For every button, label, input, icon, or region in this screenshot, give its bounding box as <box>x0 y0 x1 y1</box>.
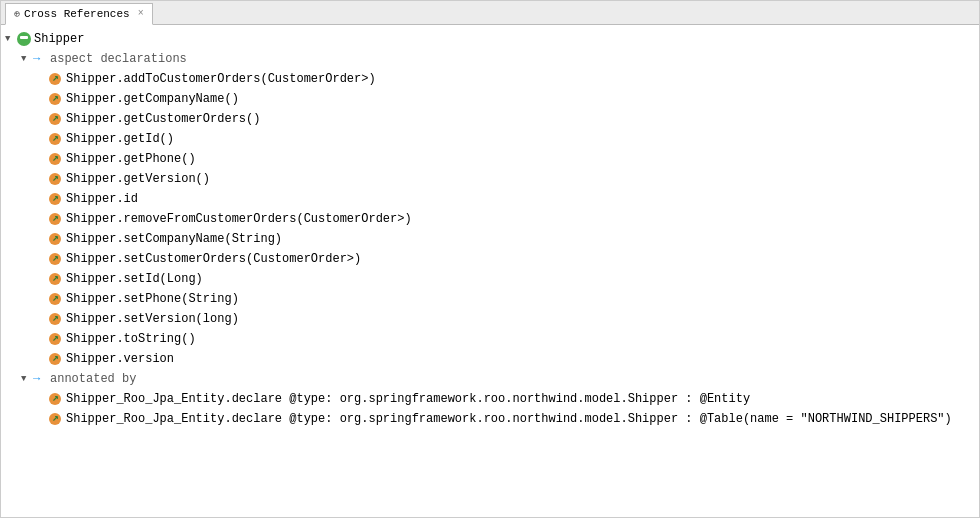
method-label: Shipper.setCompanyName(String) <box>66 232 282 246</box>
tree-content: Shipper aspect declarations ↗Shipper.add… <box>1 25 979 517</box>
tab-label: Cross References <box>24 8 130 20</box>
method-icon: ↗ <box>49 172 63 186</box>
expand-arrow <box>5 34 17 44</box>
section-annotated-by[interactable]: annotated by <box>1 369 979 389</box>
method-icon: ↗ <box>49 252 63 266</box>
method-icon: ↗ <box>49 112 63 126</box>
annotated-item[interactable]: ↗Shipper_Roo_Jpa_Entity.declare @type: o… <box>1 389 979 409</box>
method-label: Shipper.setCustomerOrders(CustomerOrder>… <box>66 252 361 266</box>
method-label: Shipper.addToCustomerOrders(CustomerOrde… <box>66 72 376 86</box>
method-label: Shipper.version <box>66 352 174 366</box>
method-icon: ↗ <box>49 192 63 206</box>
aspect-item[interactable]: ↗Shipper.getId() <box>1 129 979 149</box>
annotated-icon <box>33 372 47 386</box>
method-icon: ↗ <box>49 352 63 366</box>
method-icon: ↗ <box>49 92 63 106</box>
method-icon: ↗ <box>49 292 63 306</box>
aspect-icon <box>33 52 47 66</box>
method-label: Shipper.getCustomerOrders() <box>66 112 260 126</box>
method-label: Shipper.getCompanyName() <box>66 92 239 106</box>
annotated-label: annotated by <box>50 372 136 386</box>
method-label: Shipper.removeFromCustomerOrders(Custome… <box>66 212 412 226</box>
aspect-item[interactable]: ↗Shipper.setVersion(long) <box>1 309 979 329</box>
aspect-item[interactable]: ↗Shipper.version <box>1 349 979 369</box>
method-icon: ↗ <box>49 132 63 146</box>
method-label: Shipper.setId(Long) <box>66 272 203 286</box>
tree-root-shipper[interactable]: Shipper <box>1 29 979 49</box>
tab-close-button[interactable]: × <box>138 8 144 19</box>
annotated-method-icon: ↗ <box>49 412 63 426</box>
tab-bar: ⊕ Cross References × <box>1 1 979 25</box>
aspect-item[interactable]: ↗Shipper.setCustomerOrders(CustomerOrder… <box>1 249 979 269</box>
method-label: Shipper.getVersion() <box>66 172 210 186</box>
method-icon: ↗ <box>49 72 63 86</box>
aspect-item[interactable]: ↗Shipper.getCustomerOrders() <box>1 109 979 129</box>
aspect-item[interactable]: ↗Shipper.setPhone(String) <box>1 289 979 309</box>
method-label: Shipper.setPhone(String) <box>66 292 239 306</box>
method-icon: ↗ <box>49 232 63 246</box>
method-icon: ↗ <box>49 212 63 226</box>
method-icon: ↗ <box>49 312 63 326</box>
section-arrow <box>21 54 33 64</box>
method-icon: ↗ <box>49 272 63 286</box>
aspect-item[interactable]: ↗Shipper.addToCustomerOrders(CustomerOrd… <box>1 69 979 89</box>
aspect-label: aspect declarations <box>50 52 187 66</box>
method-icon: ↗ <box>49 332 63 346</box>
method-label: Shipper.getPhone() <box>66 152 196 166</box>
aspect-item[interactable]: ↗Shipper.getVersion() <box>1 169 979 189</box>
annotated-entry-label: Shipper_Roo_Jpa_Entity.declare @type: or… <box>66 412 952 426</box>
method-label: Shipper.toString() <box>66 332 196 346</box>
cross-references-panel: ⊕ Cross References × Shipper aspect decl… <box>0 0 980 518</box>
section-aspect-declarations[interactable]: aspect declarations <box>1 49 979 69</box>
aspect-item[interactable]: ↗Shipper.getCompanyName() <box>1 89 979 109</box>
aspect-item[interactable]: ↗Shipper.setId(Long) <box>1 269 979 289</box>
aspect-item[interactable]: ↗Shipper.id <box>1 189 979 209</box>
shipper-class-icon <box>17 32 31 46</box>
annotated-items-container: ↗Shipper_Roo_Jpa_Entity.declare @type: o… <box>1 389 979 429</box>
aspect-item[interactable]: ↗Shipper.setCompanyName(String) <box>1 229 979 249</box>
shipper-label: Shipper <box>34 32 84 46</box>
aspect-item[interactable]: ↗Shipper.removeFromCustomerOrders(Custom… <box>1 209 979 229</box>
method-label: Shipper.setVersion(long) <box>66 312 239 326</box>
method-label: Shipper.getId() <box>66 132 174 146</box>
method-label: Shipper.id <box>66 192 138 206</box>
annotated-method-icon: ↗ <box>49 392 63 406</box>
method-icon: ↗ <box>49 152 63 166</box>
cross-references-tab[interactable]: ⊕ Cross References × <box>5 3 153 25</box>
annotated-arrow <box>21 374 33 384</box>
aspect-item[interactable]: ↗Shipper.getPhone() <box>1 149 979 169</box>
annotated-entry-label: Shipper_Roo_Jpa_Entity.declare @type: or… <box>66 392 750 406</box>
aspect-item[interactable]: ↗Shipper.toString() <box>1 329 979 349</box>
tab-icon: ⊕ <box>14 8 20 20</box>
annotated-item[interactable]: ↗Shipper_Roo_Jpa_Entity.declare @type: o… <box>1 409 979 429</box>
aspect-items-container: ↗Shipper.addToCustomerOrders(CustomerOrd… <box>1 69 979 369</box>
